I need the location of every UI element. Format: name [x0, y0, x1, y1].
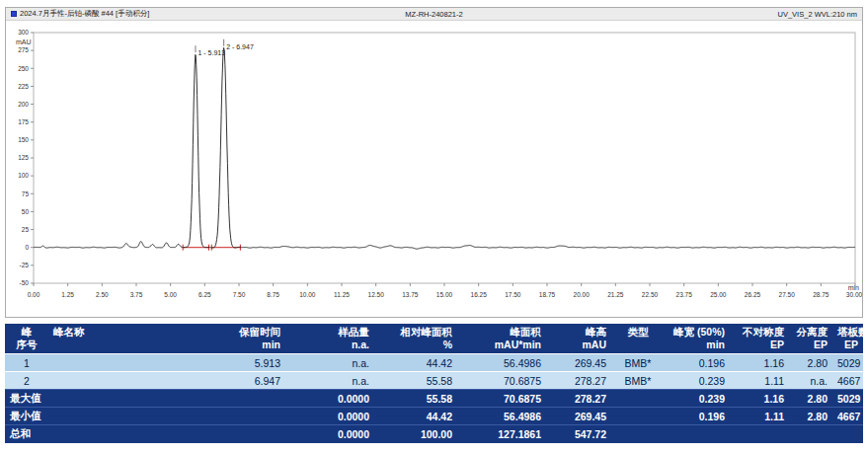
summary-cell: 44.42 [374, 408, 457, 425]
x-tick-label: 26.25 [745, 291, 761, 298]
column-header-0: 峰序号 [5, 324, 48, 354]
summary-cell: 547.72 [546, 425, 611, 443]
x-tick-label: 15.00 [436, 291, 453, 298]
column-header-10: 分离度EP [789, 324, 832, 354]
summary-cell: 0.196 [665, 408, 730, 425]
column-title: 峰高 [551, 326, 606, 339]
y-tick-label: -25 [20, 262, 30, 268]
column-header-4: 相对峰面积% [374, 324, 457, 354]
y-tick-label: 275 [18, 46, 29, 53]
column-title: 峰 [10, 326, 43, 339]
peak-cell: 269.45 [546, 354, 611, 372]
summary-cell: 1.16 [730, 390, 789, 408]
summary-label: 总和 [5, 425, 142, 443]
injection-name: 2024.7月手性-后铂-磷酸 #44 [手动积分] [20, 9, 149, 19]
summary-cell: 2.80 [789, 390, 832, 408]
x-tick-label: 8.75 [267, 291, 279, 298]
peak-cell: 55.58 [374, 372, 457, 390]
integration-results: 峰序号峰名称保留时间min样品量n.a.相对峰面积%峰面积mAU*min峰高mA… [5, 324, 863, 443]
summary-cell: 70.6875 [457, 390, 546, 408]
peak-cell [48, 372, 142, 390]
summary-cell: 0.0000 [285, 390, 374, 408]
peak-cell: 0.239 [665, 372, 730, 390]
table-header: 峰序号峰名称保留时间min样品量n.a.相对峰面积%峰面积mAU*min峰高mA… [5, 324, 863, 354]
summary-cell: 0.0000 [285, 425, 374, 443]
x-tick-label: 0.00 [28, 291, 40, 298]
column-header-9: 不对称度EP [730, 324, 789, 354]
peak-cell: 1.11 [730, 372, 789, 390]
x-tick-label: 23.75 [676, 291, 693, 298]
column-title: 类型 [616, 326, 660, 339]
summary-cell [789, 425, 832, 443]
peak-cell: 2.80 [789, 354, 832, 372]
sample-name: MZ-RH-240821-2 [405, 10, 462, 19]
x-tick-label: 2.50 [96, 291, 109, 298]
column-unit: n.a. [290, 339, 369, 351]
summary-cell [611, 390, 665, 408]
summary-row: 最小值0.000044.4256.4986269.450.1961.112.80… [5, 408, 863, 425]
x-tick-label: 5.00 [164, 291, 177, 298]
chromatogram-plot[interactable]: -50-250255075100125150175200225250275300… [6, 21, 862, 313]
column-title: 分离度 [794, 326, 828, 339]
peak-row: 26.947n.a.55.5870.6875278.27BMB*0.2391.1… [5, 372, 863, 390]
y-tick-label: 100 [18, 172, 29, 179]
column-header-5: 峰面积mAU*min [457, 324, 546, 354]
x-tick-label: 17.50 [505, 291, 521, 298]
x-tick-label: 27.50 [779, 291, 796, 298]
peak-cell: 5.913 [142, 354, 285, 372]
column-header-7: 类型 [611, 324, 665, 354]
column-unit: 序号 [10, 339, 43, 351]
x-tick-label: 13.75 [402, 291, 419, 298]
column-title: 塔板数 [837, 326, 858, 339]
peak-cell: 56.4986 [457, 354, 546, 372]
y-tick-label: 0 [25, 244, 29, 251]
chromatogram-titlebar: 2024.7月手性-后铂-磷酸 #44 [手动积分] MZ-RH-240821-… [6, 8, 862, 21]
column-unit: % [379, 339, 452, 351]
x-tick-label: 1.25 [61, 291, 74, 298]
x-axis-unit: min [848, 284, 859, 291]
x-tick-label: 20.00 [574, 291, 591, 298]
peak-cell: n.a. [285, 372, 374, 390]
summary-label: 最小值 [5, 408, 142, 425]
summary-cell [832, 425, 863, 443]
summary-cell [142, 425, 285, 443]
y-tick-label: 200 [18, 101, 29, 108]
x-tick-label: 18.75 [539, 291, 556, 298]
x-tick-label: 7.50 [233, 291, 246, 298]
x-tick-label: 3.75 [130, 291, 143, 298]
column-title: 峰宽 (50%) [670, 326, 725, 339]
column-unit: min [670, 339, 725, 351]
plot-frame [34, 33, 855, 283]
peak-cell: 4667 [832, 372, 863, 390]
summary-cell [611, 425, 665, 443]
detector-channel-label: UV_VIS_2 WVL:210 nm [778, 10, 857, 19]
peak-cell: 2 [5, 372, 48, 390]
summary-cell: 55.58 [374, 390, 457, 408]
column-title: 不对称度 [735, 326, 784, 339]
x-tick-label: 10.00 [299, 291, 316, 298]
x-tick-label: 21.25 [607, 291, 624, 298]
channel-color-swatch-icon [11, 11, 17, 17]
y-tick-label: 50 [22, 208, 30, 215]
y-tick-label: 125 [18, 154, 29, 161]
peak-cell: 6.947 [142, 372, 285, 390]
summary-cell [142, 408, 285, 425]
summary-cell: 2.80 [789, 408, 832, 425]
x-tick-label: 16.25 [471, 291, 488, 298]
chromatogram-panel: 2024.7月手性-后铂-磷酸 #44 [手动积分] MZ-RH-240821-… [5, 7, 863, 318]
summary-cell: 5029 [832, 390, 863, 408]
summary-cell: 1.11 [730, 408, 789, 425]
column-header-8: 峰宽 (50%)min [665, 324, 730, 354]
peak-cell: 1.16 [730, 354, 789, 372]
peak-cell: 5029 [832, 354, 863, 372]
summary-cell: 4667 [832, 408, 863, 425]
peak-label: 1 - 5.913 [197, 49, 225, 56]
summary-cell: 0.0000 [285, 408, 374, 425]
y-tick-label: 25 [22, 226, 30, 233]
table-body: 15.913n.a.44.4256.4986269.45BMB*0.1961.1… [5, 354, 863, 443]
column-title: 保留时间 [147, 326, 280, 339]
x-tick-label: 6.25 [198, 291, 211, 298]
peak-row: 15.913n.a.44.4256.4986269.45BMB*0.1961.1… [5, 354, 863, 372]
column-unit: EP [794, 339, 828, 351]
y-tick-label: -50 [20, 279, 30, 286]
